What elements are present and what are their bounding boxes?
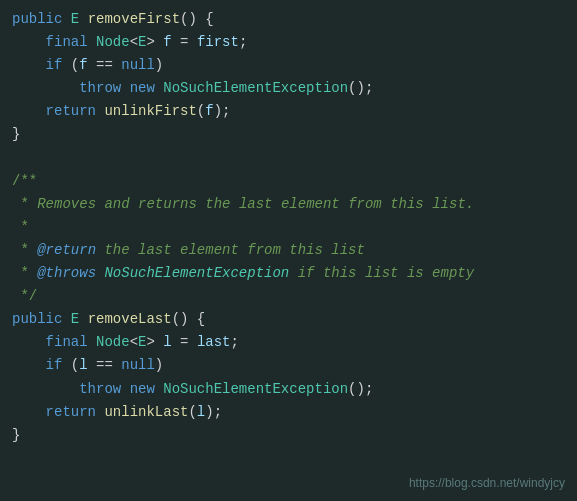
token-comment-italic: Removes (37, 196, 96, 212)
token-plain: (); (348, 381, 373, 397)
token-plain: > (146, 334, 163, 350)
token-kw: throw (79, 80, 129, 96)
token-type: E (71, 311, 88, 327)
token-plain: ; (239, 34, 247, 50)
token-plain (12, 381, 79, 397)
token-plain: = (172, 334, 197, 350)
token-type: NoSuchElementException (163, 381, 348, 397)
token-plain (12, 404, 46, 420)
code-line (0, 147, 577, 170)
token-param: l (79, 357, 87, 373)
token-comment-italic: from (348, 196, 382, 212)
token-plain: == (88, 57, 122, 73)
token-param: l (163, 334, 171, 350)
token-method: removeFirst (88, 11, 180, 27)
code-line: throw new NoSuchElementException(); (0, 77, 577, 100)
token-comment-tag: @throws (37, 265, 96, 281)
code-line: } (0, 123, 577, 146)
token-plain (12, 103, 46, 119)
token-plain (12, 334, 46, 350)
code-line: * @return the last element from this lis… (0, 239, 577, 262)
token-method: unlinkFirst (104, 103, 196, 119)
token-plain: ( (197, 103, 205, 119)
token-kw: throw (79, 381, 129, 397)
code-line: } (0, 424, 577, 447)
token-plain: ); (205, 404, 222, 420)
token-comment-italic: returns (138, 196, 197, 212)
code-content: public E removeFirst() { final Node<E> f… (0, 8, 577, 447)
token-plain: = (172, 34, 197, 50)
token-plain: () { (180, 11, 214, 27)
token-comment (289, 265, 297, 281)
token-kw: new (130, 80, 164, 96)
token-plain: } (12, 427, 20, 443)
code-line: final Node<E> l = last; (0, 331, 577, 354)
code-line: throw new NoSuchElementException(); (0, 378, 577, 401)
code-line: * (0, 216, 577, 239)
code-line: return unlinkFirst(f); (0, 100, 577, 123)
code-line: * Removes and returns the last element f… (0, 193, 577, 216)
token-comment-italic: this (390, 196, 424, 212)
token-plain: } (12, 126, 20, 142)
token-comment-italic: element (281, 196, 340, 212)
code-line: if (f == null) (0, 54, 577, 77)
token-comment (231, 196, 239, 212)
token-comment-italic: list. (432, 196, 474, 212)
token-comment-italic: the last element from this list (104, 242, 364, 258)
token-kw: if (46, 357, 63, 373)
code-line: public E removeFirst() { (0, 8, 577, 31)
token-type: Node (96, 34, 130, 50)
token-kw: return (46, 404, 105, 420)
token-kw: if (46, 57, 63, 73)
code-line: return unlinkLast(l); (0, 401, 577, 424)
token-plain: < (130, 34, 138, 50)
token-comment (273, 196, 281, 212)
token-comment (130, 196, 138, 212)
token-param: first (197, 34, 239, 50)
token-param: f (79, 57, 87, 73)
token-plain (12, 80, 79, 96)
token-plain: () { (172, 311, 206, 327)
token-plain: ) (155, 357, 163, 373)
code-line: final Node<E> f = first; (0, 31, 577, 54)
token-plain: ) (155, 57, 163, 73)
token-plain: ( (62, 57, 79, 73)
token-comment: */ (12, 288, 37, 304)
token-plain: ; (231, 334, 239, 350)
token-comment-italic: and (104, 196, 129, 212)
token-plain: < (130, 334, 138, 350)
token-method: removeLast (88, 311, 172, 327)
token-kw: final (46, 334, 96, 350)
token-param: f (163, 34, 171, 50)
token-null-kw: null (121, 57, 155, 73)
code-line: * @throws NoSuchElementException if this… (0, 262, 577, 285)
token-plain (12, 57, 46, 73)
token-plain (12, 357, 46, 373)
token-comment-italic: the (205, 196, 230, 212)
token-comment-type: NoSuchElementException (104, 265, 289, 281)
token-comment (382, 196, 390, 212)
token-comment-italic: if this list is empty (298, 265, 474, 281)
code-line: /** (0, 170, 577, 193)
token-kw: final (46, 34, 96, 50)
token-method: unlinkLast (104, 404, 188, 420)
token-type: NoSuchElementException (163, 80, 348, 96)
token-plain: ); (214, 103, 231, 119)
code-line: public E removeLast() { (0, 308, 577, 331)
token-kw: public (12, 11, 71, 27)
token-plain: > (146, 34, 163, 50)
token-param: last (197, 334, 231, 350)
token-plain: == (88, 357, 122, 373)
code-editor: public E removeFirst() { final Node<E> f… (0, 0, 577, 501)
token-param: l (197, 404, 205, 420)
token-comment-italic: last (239, 196, 273, 212)
token-comment: /** (12, 173, 37, 189)
token-comment: * (12, 196, 37, 212)
token-comment: * (12, 219, 29, 235)
token-comment (424, 196, 432, 212)
token-plain: ( (188, 404, 196, 420)
token-type: E (71, 11, 88, 27)
token-kw: public (12, 311, 71, 327)
watermark: https://blog.csdn.net/windyjcy (409, 474, 565, 493)
code-line: if (l == null) (0, 354, 577, 377)
